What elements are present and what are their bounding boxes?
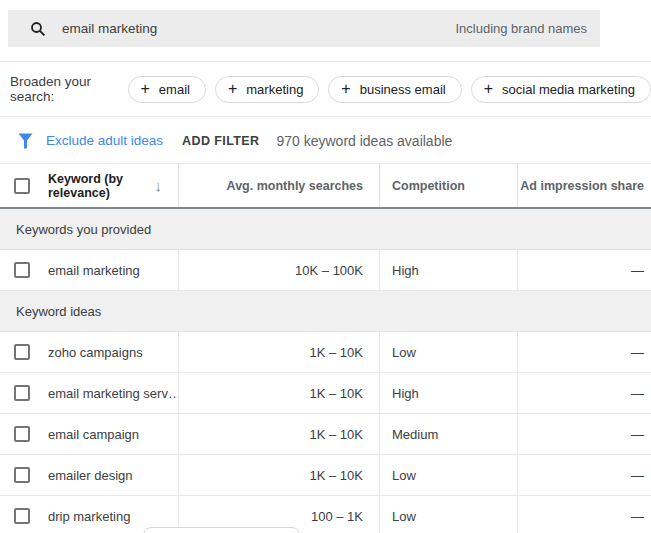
competition-cell: Low — [392, 509, 416, 524]
broaden-chips: + email + marketing + business email + s… — [128, 76, 651, 103]
chip-marketing[interactable]: + marketing — [215, 76, 319, 103]
header-avg-searches-cell: Avg. monthly searches — [178, 164, 379, 207]
plus-icon: + — [341, 81, 350, 97]
header-ad-impression-share-cell: Ad impression share — [517, 164, 651, 207]
keyword-cell: drip marketing — [48, 509, 130, 524]
avg-searches-cell: 10K – 100K — [295, 263, 363, 278]
keyword-ideas-count: 970 keyword ideas available — [276, 133, 452, 149]
add-filter-button[interactable]: ADD FILTER — [182, 134, 259, 148]
column-header-competition[interactable]: Competition — [392, 179, 465, 193]
keyword-cell: emailer design — [48, 468, 133, 483]
column-header-ad-impression-share[interactable]: Ad impression share — [520, 179, 644, 193]
competition-cell: Low — [392, 468, 416, 483]
keyword-search-bar[interactable]: email marketing Including brand names — [8, 10, 600, 47]
exclude-adult-ideas-link[interactable]: Exclude adult ideas — [46, 133, 163, 148]
ad-impression-share-cell: — — [631, 263, 644, 278]
row-checkbox[interactable] — [14, 262, 30, 278]
header-competition-cell: Competition — [379, 164, 517, 207]
table-row: email campaign 1K – 10K Medium — — [0, 414, 651, 455]
row-checkbox[interactable] — [14, 344, 30, 360]
filter-bar: Exclude adult ideas ADD FILTER 970 keywo… — [0, 118, 651, 164]
plus-icon: + — [228, 81, 237, 97]
column-header-avg-searches[interactable]: Avg. monthly searches — [227, 179, 363, 193]
row-checkbox[interactable] — [14, 467, 30, 483]
filter-funnel-icon[interactable] — [18, 133, 33, 149]
including-brand-names-label: Including brand names — [455, 21, 600, 36]
keyword-ideas-table: Keyword (by relevance) ↓ Avg. monthly se… — [0, 164, 651, 533]
plus-icon: + — [484, 81, 493, 97]
sort-descending-icon[interactable]: ↓ — [155, 177, 163, 194]
avg-searches-cell: 1K – 10K — [310, 386, 364, 401]
section-keyword-ideas: Keyword ideas — [0, 291, 651, 332]
broaden-search-section: Broaden your search: + email + marketing… — [0, 61, 651, 117]
competition-cell: High — [392, 386, 419, 401]
plus-icon: + — [141, 81, 150, 97]
avg-searches-cell: 1K – 10K — [310, 427, 364, 442]
table-row: emailer design 1K – 10K Low — — [0, 455, 651, 496]
row-checkbox[interactable] — [14, 385, 30, 401]
avg-searches-cell: 1K – 10K — [310, 468, 364, 483]
column-header-keyword[interactable]: Keyword (by relevance) — [48, 172, 128, 200]
search-icon — [29, 20, 47, 38]
keyword-cell: email marketing serv… — [48, 386, 178, 401]
avg-searches-cell: 1K – 10K — [310, 345, 364, 360]
chip-email[interactable]: + email — [128, 76, 206, 103]
chip-social-media-marketing[interactable]: + social media marketing — [471, 76, 651, 103]
ad-impression-share-cell: — — [631, 427, 644, 442]
table-row: drip marketing 100 – 1K Low — — [0, 496, 651, 533]
row-checkbox[interactable] — [14, 508, 30, 524]
row-checkbox[interactable] — [14, 426, 30, 442]
ad-impression-share-cell: — — [631, 468, 644, 483]
chip-business-email[interactable]: + business email — [328, 76, 461, 103]
table-row: zoho campaigns 1K – 10K Low — — [0, 332, 651, 373]
competition-cell: Low — [392, 345, 416, 360]
select-all-checkbox[interactable] — [14, 178, 30, 194]
broaden-search-label: Broaden your search: — [10, 74, 119, 104]
header-keyword-cell: Keyword (by relevance) ↓ — [0, 164, 178, 207]
avg-searches-cell: 100 – 1K — [311, 509, 363, 524]
section-keywords-you-provided: Keywords you provided — [0, 209, 651, 250]
table-row: email marketing 10K – 100K High — — [0, 250, 651, 291]
table-row: email marketing serv… 1K – 10K High — — [0, 373, 651, 414]
keyword-cell: zoho campaigns — [48, 345, 143, 360]
keyword-cell: email campaign — [48, 427, 139, 442]
tooltip-popup-partial — [143, 527, 300, 533]
keyword-cell: email marketing — [48, 263, 140, 278]
table-header-row: Keyword (by relevance) ↓ Avg. monthly se… — [0, 164, 651, 209]
competition-cell: High — [392, 263, 419, 278]
competition-cell: Medium — [392, 427, 438, 442]
search-input[interactable]: email marketing — [62, 21, 157, 36]
ad-impression-share-cell: — — [631, 509, 644, 524]
ad-impression-share-cell: — — [631, 386, 644, 401]
ad-impression-share-cell: — — [631, 345, 644, 360]
